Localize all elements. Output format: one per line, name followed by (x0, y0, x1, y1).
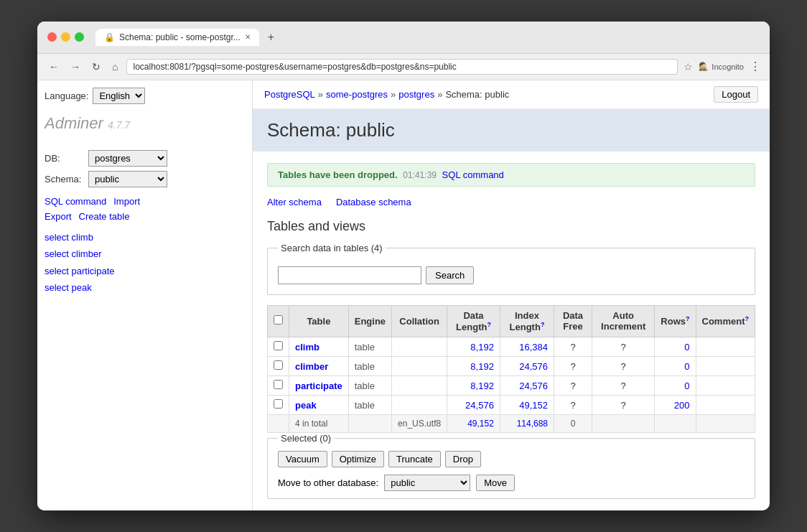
traffic-lights (47, 32, 84, 42)
optimize-button[interactable]: Optimize (332, 451, 384, 467)
data-length-help[interactable]: ? (487, 321, 491, 328)
index-length-help[interactable]: ? (541, 321, 545, 328)
search-button[interactable]: Search (426, 266, 474, 284)
breadcrumb-some-postgres[interactable]: some-postgres (326, 89, 388, 100)
address-bar: ← → ↻ ⌂ ☆ 🕵 Incognito ⋮ (37, 54, 770, 80)
database-schema-link[interactable]: Database schema (336, 197, 411, 207)
row-collation (392, 357, 447, 376)
table-link[interactable]: peak (295, 400, 317, 411)
create-table-link[interactable]: Create table (79, 211, 130, 222)
reload-button[interactable]: ↻ (89, 60, 103, 74)
import-link[interactable]: Import (113, 196, 140, 207)
total-check (268, 415, 289, 433)
sql-command-link[interactable]: SQL command (45, 196, 106, 207)
logout-button[interactable]: Logout (714, 86, 758, 103)
row-data-length: 8,192 (447, 376, 500, 396)
close-button[interactable] (47, 32, 57, 42)
select-climber-link[interactable]: select climber (45, 246, 245, 262)
breadcrumb-current: Schema: public (445, 89, 509, 100)
select-all-header (268, 305, 289, 337)
move-select[interactable]: public (384, 475, 470, 491)
tab-title: Schema: public - some-postgr... (119, 32, 241, 42)
adminer-title: Adminer 4.7.7 (45, 114, 245, 140)
tab-close-button[interactable]: ✕ (245, 33, 251, 41)
schema-select[interactable]: public (88, 171, 167, 187)
row-data-free: ? (554, 357, 592, 376)
tables-table: Table Engine Collation Data Length? Inde… (267, 305, 755, 433)
row-comment (696, 337, 755, 357)
row-checkbox[interactable] (274, 399, 283, 409)
export-link[interactable]: Export (45, 211, 72, 222)
total-row: 4 in total en_US.utf8 49,152 114,688 0 (268, 415, 755, 433)
forward-button[interactable]: → (67, 60, 83, 74)
schema-row: Schema: public (45, 171, 245, 187)
success-text: Tables have been dropped. (278, 169, 398, 180)
row-checkbox[interactable] (274, 380, 283, 389)
new-tab-button[interactable]: + (268, 31, 274, 44)
vacuum-button[interactable]: Vacuum (278, 451, 327, 467)
table-link[interactable]: participate (295, 381, 342, 391)
move-button[interactable]: Move (476, 475, 515, 491)
select-peak-link[interactable]: select peak (45, 279, 245, 296)
row-check (268, 376, 289, 396)
table-link[interactable]: climber (295, 361, 328, 372)
minimize-button[interactable] (61, 32, 70, 42)
row-comment (696, 357, 755, 376)
row-check (268, 396, 289, 415)
row-comment (696, 396, 755, 415)
maximize-button[interactable] (75, 32, 84, 42)
row-data-free: ? (554, 376, 592, 396)
total-rows (655, 415, 696, 433)
incognito-icon: 🕵 (699, 62, 709, 71)
search-input[interactable] (278, 266, 421, 284)
sidebar-links: SQL command Import (45, 196, 245, 207)
breadcrumb-postgresql[interactable]: PostgreSQL (264, 89, 315, 100)
row-rows: 0 (655, 337, 696, 357)
select-climb-link[interactable]: select climb (45, 229, 245, 246)
col-engine: Engine (348, 305, 391, 337)
sidebar: Language: English Adminer 4.7.7 DB: post… (37, 80, 253, 510)
breadcrumb-sep-1: » (318, 89, 323, 100)
back-button[interactable]: ← (46, 60, 62, 74)
page-title: Schema: public (267, 119, 395, 141)
row-data-free: ? (554, 337, 592, 357)
db-select[interactable]: postgres (88, 150, 167, 167)
address-input[interactable] (126, 59, 678, 75)
rows-help[interactable]: ? (686, 315, 690, 322)
truncate-button[interactable]: Truncate (388, 451, 441, 467)
row-data-free: ? (554, 396, 592, 415)
row-auto-increment: ? (592, 376, 654, 396)
bookmark-icon[interactable]: ☆ (684, 61, 693, 73)
alter-schema-link[interactable]: Alter schema (267, 197, 322, 207)
table-link[interactable]: climb (295, 342, 319, 353)
breadcrumb-sep-2: » (391, 89, 396, 100)
breadcrumb-sep-3: » (437, 89, 442, 100)
select-all-checkbox[interactable] (274, 315, 283, 325)
row-checkbox[interactable] (274, 360, 283, 370)
browser-tab[interactable]: 🔒 Schema: public - some-postgr... ✕ (95, 29, 259, 46)
total-data-free: 0 (554, 415, 592, 433)
col-index-length: Index Length? (500, 305, 554, 337)
action-buttons: Vacuum Optimize Truncate Drop (278, 451, 745, 467)
browser-menu-button[interactable]: ⋮ (750, 60, 761, 73)
comment-help[interactable]: ? (745, 315, 749, 322)
row-data-length: 8,192 (447, 357, 500, 376)
breadcrumb: PostgreSQL » some-postgres » postgres » … (253, 80, 770, 109)
row-rows: 0 (655, 376, 696, 396)
home-button[interactable]: ⌂ (109, 60, 121, 74)
row-index-length: 24,576 (500, 376, 554, 396)
row-rows: 200 (655, 396, 696, 415)
sql-command-link-msg[interactable]: SQL command (442, 169, 504, 180)
row-data-length: 24,576 (447, 396, 500, 415)
breadcrumb-postgres[interactable]: postgres (398, 89, 434, 100)
total-data-length: 49,152 (447, 415, 500, 433)
row-checkbox[interactable] (274, 341, 283, 350)
select-participate-link[interactable]: select participate (45, 263, 245, 279)
main-content: PostgreSQL » some-postgres » postgres » … (253, 80, 770, 510)
table-row: peak table 24,576 49,152 ? ? 200 (268, 396, 755, 415)
language-select[interactable]: English (93, 88, 145, 104)
row-data-length: 8,192 (447, 337, 500, 357)
row-index-length: 16,384 (500, 337, 554, 357)
row-comment (696, 376, 755, 396)
drop-button[interactable]: Drop (445, 451, 481, 467)
